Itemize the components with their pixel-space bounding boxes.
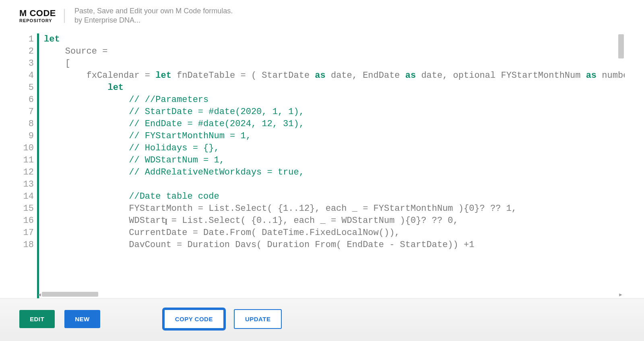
code-line[interactable]: // Holidays = {}, — [44, 142, 625, 154]
line-number: 6 — [19, 94, 34, 106]
tagline-line-2: by Enterprise DNA... — [74, 16, 233, 25]
code-line[interactable]: WDStart = List.Select( {0..1}, each _ = … — [44, 215, 625, 227]
code-line[interactable] — [44, 179, 625, 191]
line-number: 12 — [19, 166, 34, 179]
code-editor[interactable]: 123456789101112131415161718 let Source =… — [19, 33, 625, 298]
line-number: 15 — [19, 203, 34, 215]
code-line[interactable]: // //Parameters — [44, 94, 625, 106]
logo-sub-text: REPOSITORY — [19, 19, 56, 23]
toolbar: EDIT NEW COPY CODE UPDATE — [0, 298, 644, 341]
app-logo: M CODE REPOSITORY — [19, 9, 65, 23]
code-line[interactable]: [ — [44, 58, 625, 70]
tagline-line-1: Paste, Save and Edit your own M Code for… — [74, 6, 233, 16]
line-number: 2 — [19, 46, 34, 58]
code-line[interactable]: //Date table code — [44, 191, 625, 203]
code-line[interactable]: FYStartMonth = List.Select( {1..12}, eac… — [44, 203, 625, 215]
code-line[interactable]: // WDStartNum = 1, — [44, 154, 625, 166]
copy-code-button[interactable]: COPY CODE — [164, 309, 224, 329]
logo-main-text: M CODE — [19, 9, 56, 18]
line-number: 11 — [19, 154, 34, 166]
code-line[interactable]: // FYStartMonthNum = 1, — [44, 130, 625, 142]
line-number: 1 — [19, 33, 34, 46]
line-number: 9 — [19, 130, 34, 142]
header-tagline: Paste, Save and Edit your own M Code for… — [73, 6, 233, 25]
new-button[interactable]: NEW — [64, 310, 100, 328]
app-header: M CODE REPOSITORY Paste, Save and Edit y… — [0, 0, 644, 29]
code-line[interactable]: let — [44, 33, 625, 46]
scroll-right-icon[interactable]: ► — [618, 292, 623, 297]
line-number: 14 — [19, 191, 34, 203]
code-line[interactable]: Source = — [44, 46, 625, 58]
horizontal-scrollbar-thumb[interactable] — [42, 292, 98, 297]
update-button[interactable]: UPDATE — [234, 309, 282, 329]
line-number: 5 — [19, 82, 34, 94]
vertical-scrollbar-thumb[interactable] — [618, 34, 624, 58]
line-number: 10 — [19, 142, 34, 154]
line-number: 16 — [19, 215, 34, 227]
horizontal-scrollbar[interactable] — [42, 292, 617, 297]
code-area[interactable]: let Source = [ fxCalendar = let fnDateTa… — [44, 33, 625, 298]
vertical-scrollbar[interactable] — [618, 34, 624, 290]
line-number: 17 — [19, 227, 34, 239]
line-number: 8 — [19, 118, 34, 130]
line-number: 13 — [19, 179, 34, 191]
code-line[interactable]: DavCount = Duration Davs( Duration From(… — [44, 239, 625, 251]
line-number: 7 — [19, 106, 34, 118]
line-number: 4 — [19, 70, 34, 82]
code-line[interactable]: CurrentDate = Date.From( DateTime.FixedL… — [44, 227, 625, 239]
line-number: 3 — [19, 58, 34, 70]
code-line[interactable]: let — [44, 82, 625, 94]
line-number: 18 — [19, 239, 34, 251]
code-line[interactable]: // StartDate = #date(2020, 1, 1), — [44, 106, 625, 118]
code-line[interactable]: fxCalendar = let fnDateTable = ( StartDa… — [44, 70, 625, 82]
line-number-gutter: 123456789101112131415161718 — [19, 33, 37, 298]
editor-accent-bar — [37, 33, 39, 298]
scroll-left-icon[interactable]: ◄ — [37, 292, 42, 297]
code-line[interactable]: // AddRelativeNetWorkdays = true, — [44, 166, 625, 179]
code-line[interactable]: // EndDate = #date(2024, 12, 31), — [44, 118, 625, 130]
edit-button[interactable]: EDIT — [19, 310, 55, 328]
